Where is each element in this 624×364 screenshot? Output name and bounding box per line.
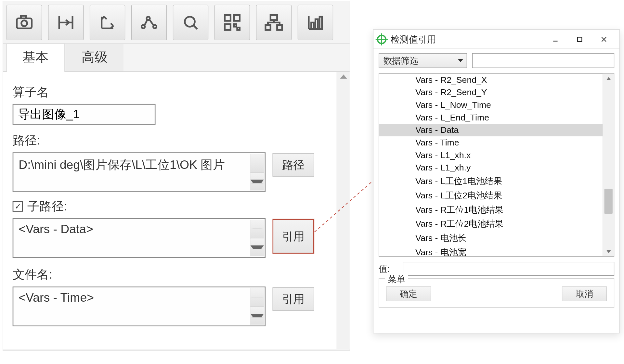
list-item[interactable]: Vars - L工位1电池结果 (379, 174, 603, 188)
tool-polyline-icon[interactable] (131, 5, 167, 40)
svg-rect-8 (234, 15, 240, 21)
list-item[interactable]: Vars - L1_xh.x (379, 149, 603, 162)
menu-fieldset: 菜单 确定 取消 (379, 278, 614, 308)
sub-path-spinner[interactable] (250, 220, 264, 256)
ok-button[interactable]: 确定 (386, 286, 431, 301)
chevron-down-icon (458, 59, 463, 62)
choose-path-button[interactable]: 路径 (272, 153, 314, 177)
sub-path-value: <Vars - Data> (19, 222, 93, 236)
scrollbar-thumb[interactable] (604, 189, 613, 214)
sub-path-checkbox[interactable]: ✓ (13, 201, 23, 212)
list-item[interactable]: Vars - R2_Send_Y (379, 86, 603, 99)
list-item[interactable]: Vars - L_Now_Time (379, 99, 603, 111)
path-label: 路径: (13, 132, 340, 149)
file-name-reference-button[interactable]: 引用 (272, 287, 314, 311)
svg-rect-14 (277, 25, 282, 30)
target-icon (377, 34, 386, 44)
list-item[interactable]: Vars - 电池宽 (379, 245, 603, 257)
tab-basic[interactable]: 基本 (6, 44, 65, 72)
sub-path-label: 子路径: (27, 198, 67, 215)
tool-network-icon[interactable] (256, 5, 292, 40)
operator-name-input[interactable] (13, 104, 156, 125)
svg-rect-17 (319, 17, 322, 29)
list-item[interactable]: Vars - R工位1电池结果 (379, 203, 603, 217)
search-input[interactable] (472, 53, 614, 68)
reference-dialog: 检测值引用 数据筛选 Vars - R2_Send_XVars - R2_Sen… (373, 30, 620, 333)
tool-axis-icon[interactable] (90, 5, 125, 40)
value-row: 值: (373, 260, 619, 278)
svg-rect-19 (578, 37, 582, 41)
variable-listbox[interactable]: Vars - R2_Send_XVars - R2_Send_YVars - L… (379, 73, 614, 257)
menu-legend: 菜单 (385, 273, 408, 285)
cancel-button[interactable]: 取消 (562, 286, 607, 301)
panel-scrollbar[interactable] (337, 72, 350, 349)
list-item[interactable]: Vars - R工位2电池结果 (379, 217, 603, 231)
list-item[interactable]: Vars - Time (379, 136, 603, 149)
tool-move-icon[interactable] (48, 5, 84, 40)
close-button[interactable] (592, 32, 616, 46)
svg-rect-11 (237, 28, 240, 30)
filter-combo[interactable]: 数据筛选 (379, 53, 467, 68)
svg-rect-16 (315, 19, 318, 29)
svg-rect-9 (225, 24, 230, 30)
sub-path-reference-button[interactable]: 引用 (272, 219, 314, 254)
operator-name-label: 算子名 (13, 84, 340, 101)
svg-point-1 (21, 20, 27, 26)
tool-search-icon[interactable] (173, 5, 208, 40)
tab-advanced[interactable]: 高级 (65, 44, 124, 71)
path-input[interactable]: D:\mini deg\图片保存\L\工位1\OK 图片 (13, 152, 266, 192)
properties-panel: 基本 高级 算子名 路径: D:\mini deg\图片保存\L\工位1\OK … (3, 1, 350, 351)
value-box[interactable] (403, 262, 615, 276)
svg-rect-2 (21, 16, 26, 19)
svg-point-3 (142, 25, 145, 28)
listbox-scrollbar[interactable] (603, 74, 614, 257)
sub-path-input[interactable]: <Vars - Data> (13, 218, 266, 258)
dialog-titlebar: 检测值引用 (373, 30, 619, 49)
file-name-label: 文件名: (13, 267, 340, 283)
svg-point-5 (153, 25, 156, 28)
file-name-spinner[interactable] (250, 288, 264, 325)
list-item[interactable]: Vars - R2_Send_X (379, 74, 603, 86)
path-spinner[interactable] (250, 154, 264, 191)
tool-camera-icon[interactable] (6, 5, 42, 40)
toolbar (3, 1, 349, 44)
svg-rect-13 (266, 25, 270, 30)
file-name-input[interactable]: <Vars - Time> (13, 286, 266, 326)
sub-path-label-row: ✓ 子路径: (13, 198, 340, 215)
file-name-value: <Vars - Time> (19, 291, 94, 305)
svg-rect-7 (225, 15, 230, 21)
tool-chart-icon[interactable] (298, 5, 333, 40)
list-item[interactable]: Vars - 电池长 (379, 231, 603, 245)
value-label: 值: (379, 263, 396, 275)
list-item[interactable]: Vars - L工位2电池结果 (379, 188, 603, 203)
maximize-button[interactable] (567, 32, 592, 46)
svg-rect-10 (234, 24, 237, 27)
form-area: 算子名 路径: D:\mini deg\图片保存\L\工位1\OK 图片 路径 … (3, 72, 349, 349)
svg-rect-15 (311, 22, 314, 29)
svg-rect-12 (270, 15, 277, 20)
tool-qrcode-icon[interactable] (214, 5, 250, 40)
minimize-button[interactable] (543, 32, 568, 46)
list-item[interactable]: Vars - L1_xh.y (379, 161, 603, 174)
filter-row: 数据筛选 (373, 49, 619, 72)
scroll-up-icon (340, 74, 347, 79)
path-value: D:\mini deg\图片保存\L\工位1\OK 图片 (19, 158, 225, 171)
filter-combo-label: 数据筛选 (384, 55, 418, 67)
svg-point-6 (185, 17, 195, 27)
tabs: 基本 高级 (3, 44, 349, 72)
dialog-title: 检测值引用 (391, 33, 543, 45)
list-item[interactable]: Vars - L_End_Time (379, 111, 603, 124)
list-item[interactable]: Vars - Data (379, 124, 603, 136)
